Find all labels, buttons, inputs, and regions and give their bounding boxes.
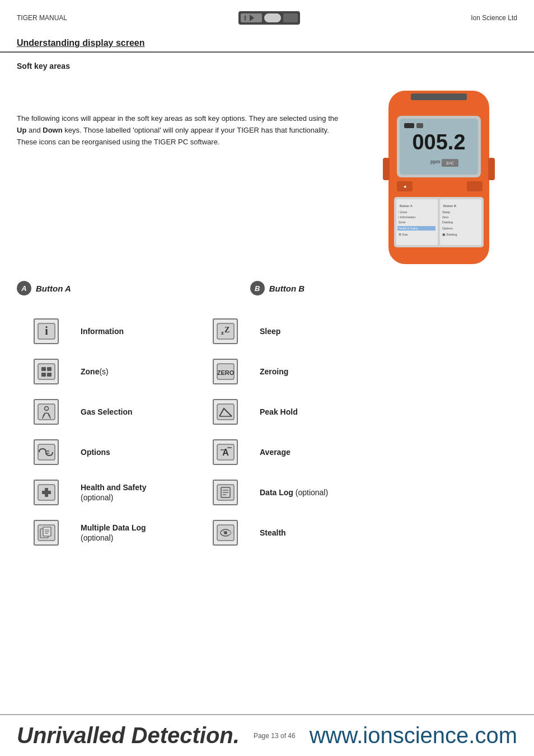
svg-text:Button B: Button B — [443, 204, 456, 208]
device-illustration: 005.2 ppm S=C ◄ Button A i Zone i Inform… — [372, 85, 506, 270]
zeroing-label: Zeroing — [252, 364, 375, 379]
sleep-label: Sleep — [252, 324, 375, 339]
button-b-circle: B — [250, 281, 265, 295]
zeroing-icon: ZERO — [213, 359, 238, 384]
button-a-circle: A — [17, 281, 31, 295]
zone-icon — [34, 359, 59, 384]
sleep-icon: z Z — [213, 318, 238, 344]
svg-text:z: z — [221, 329, 224, 336]
health-safety-icon-cell — [17, 473, 73, 511]
svg-rect-13 — [404, 123, 414, 128]
svg-rect-46 — [47, 367, 51, 371]
data-log-label: Data Log (optional) — [252, 485, 375, 500]
svg-rect-37 — [383, 158, 390, 180]
button-a-label: A Button A — [17, 281, 71, 295]
average-icon-cell: A — [196, 433, 252, 471]
svg-text:S=C: S=C — [446, 161, 454, 165]
logo-icon — [233, 7, 306, 29]
svg-text:Sleep: Sleep — [442, 210, 450, 214]
multiple-data-log-icon — [34, 520, 59, 546]
data-log-icon-cell — [196, 473, 252, 511]
sleep-icon-cell: z Z — [196, 312, 252, 350]
stealth-icon-cell — [196, 514, 252, 552]
svg-point-7 — [244, 19, 246, 21]
svg-text:▣  Datalog: ▣ Datalog — [442, 233, 457, 236]
footer-website: www.ionscience.com — [310, 723, 517, 748]
svg-rect-55 — [217, 404, 234, 420]
svg-text:A: A — [222, 448, 229, 457]
average-icon: A — [213, 439, 238, 465]
options-label: Options — [73, 445, 196, 459]
svg-text:i: i — [45, 325, 48, 337]
multiple-data-log-icon-cell — [17, 514, 73, 552]
zone-icon-cell — [17, 353, 73, 391]
button-labels-row: A Button A B Button B — [0, 275, 534, 307]
svg-rect-9 — [411, 93, 467, 100]
svg-point-5 — [244, 16, 246, 17]
average-label: Average — [252, 445, 375, 459]
icons-table: i Information z Z Sleep — [0, 312, 534, 552]
section-title: Understanding display screen — [17, 38, 145, 48]
svg-rect-44 — [38, 364, 55, 379]
gas-selection-icon-cell — [17, 393, 73, 431]
section-title-area: Understanding display screen — [0, 32, 534, 53]
header-right: Ion Science Ltd — [471, 14, 517, 22]
options-icon-cell — [17, 433, 73, 471]
svg-rect-20 — [467, 181, 483, 191]
device-image-area: 005.2 ppm S=C ◄ Button A i Zone i Inform… — [360, 79, 517, 270]
svg-text:005.2: 005.2 — [412, 130, 465, 154]
main-content: The following icons will appear in the s… — [0, 74, 534, 275]
multiple-data-log-label: Multiple Data Log(optional) — [73, 520, 196, 545]
information-label: Information — [73, 324, 196, 339]
svg-rect-47 — [41, 373, 46, 377]
svg-text:Datalog: Datalog — [442, 220, 453, 224]
svg-text:Button A: Button A — [400, 204, 413, 208]
stealth-label: Stealth — [252, 525, 375, 540]
information-icon-cell: i — [17, 312, 73, 350]
header-logo — [233, 7, 306, 29]
zeroing-icon-cell: ZERO — [196, 353, 252, 391]
peak-hold-icon — [213, 399, 238, 425]
svg-text:◄: ◄ — [402, 184, 407, 189]
svg-rect-48 — [47, 373, 51, 377]
subsection-title: Soft key areas — [0, 57, 534, 74]
svg-text:i  Zone: i Zone — [399, 210, 407, 214]
peak-hold-icon-cell — [196, 393, 252, 431]
svg-text:i  Information: i Information — [399, 215, 415, 219]
svg-text:ppm: ppm — [430, 159, 441, 165]
header-left: TIGER MANUAL — [17, 14, 67, 22]
data-log-icon — [213, 480, 238, 505]
svg-text:Zone: Zone — [399, 220, 406, 224]
svg-text:Z: Z — [224, 326, 229, 334]
health-safety-icon — [34, 480, 59, 505]
peak-hold-label: Peak Hold — [252, 405, 375, 419]
svg-text:⚙  Gas: ⚙ Gas — [399, 233, 408, 236]
footer-page-number: Page 13 of 46 — [254, 732, 296, 740]
svg-rect-14 — [416, 123, 423, 128]
svg-rect-66 — [42, 491, 51, 494]
svg-point-6 — [244, 17, 246, 19]
svg-rect-38 — [488, 158, 495, 180]
stealth-icon — [213, 520, 238, 546]
button-b-label: B Button B — [250, 281, 305, 295]
gas-selection-icon — [34, 399, 59, 425]
health-safety-label: Health and Safety(optional) — [73, 480, 196, 505]
svg-text:Options: Options — [442, 227, 453, 230]
svg-rect-2 — [264, 13, 281, 22]
options-icon — [34, 439, 59, 465]
svg-text:ZERO: ZERO — [217, 369, 234, 376]
svg-rect-3 — [283, 13, 298, 22]
gas-selection-label: Gas Selection — [73, 405, 196, 419]
svg-rect-45 — [41, 367, 46, 371]
zone-label: Zone(s) — [73, 364, 196, 379]
page-footer: Unrivalled Detection. Page 13 of 46 www.… — [0, 714, 534, 756]
information-icon: i — [34, 318, 59, 344]
footer-tagline: Unrivalled Detection. — [17, 723, 240, 748]
svg-text:Zero: Zero — [442, 215, 448, 219]
body-text: The following icons will appear in the s… — [17, 79, 349, 270]
page-header: TIGER MANUAL Ion Science Ltd — [0, 0, 534, 32]
svg-text:Health & Safety: Health & Safety — [399, 227, 418, 230]
